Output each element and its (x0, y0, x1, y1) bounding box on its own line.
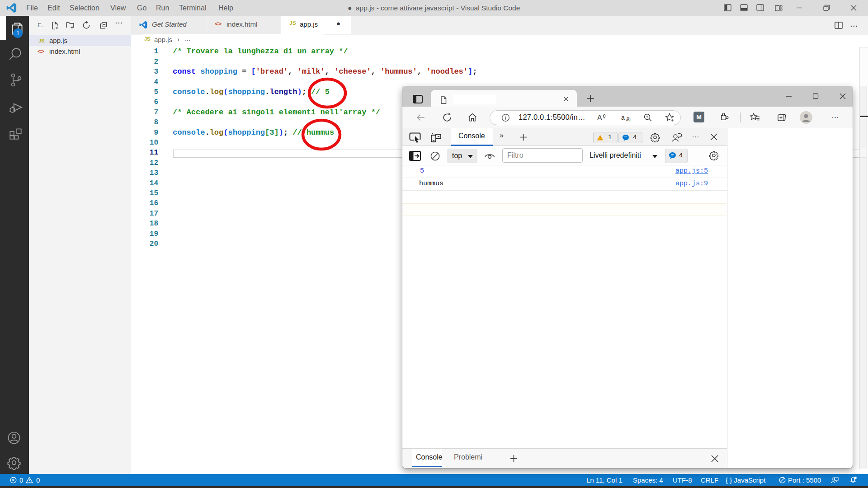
svg-text:a: a (621, 114, 625, 121)
svg-text:A: A (597, 114, 602, 122)
svg-text:ぁ: ぁ (625, 115, 631, 122)
